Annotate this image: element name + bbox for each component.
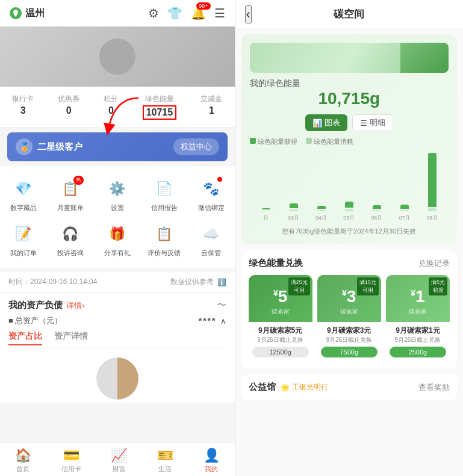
menu-item-cloud[interactable]: ☁️ 云保管 xyxy=(188,217,235,262)
card-price-3: ¥3 xyxy=(342,287,356,306)
vip-left: 🏅 二星级客户 xyxy=(16,138,82,155)
gear-icon[interactable]: ⚙ xyxy=(148,6,159,20)
menu-item-digital[interactable]: 💎 数字藏品 xyxy=(0,172,47,217)
legend-obtain-dot xyxy=(250,138,256,144)
card-cost-btn-1[interactable]: 2500g xyxy=(390,347,446,357)
bar-consume-1 xyxy=(290,209,298,211)
stat-energy-value: 10715 xyxy=(143,105,177,120)
bar-obtain-1 xyxy=(290,203,298,208)
card-price-desc-3: 碳索家 xyxy=(340,308,358,316)
bar-label-4: 06月 xyxy=(371,214,382,222)
stat-points-label: 积分 xyxy=(104,94,118,104)
nav-mine-icon: 👤 xyxy=(204,448,220,463)
menu-label-cloud: 云保管 xyxy=(201,249,221,258)
card-name-1: 9月碳索家1元 xyxy=(390,326,446,336)
menu-icon-bill: 📋 热 xyxy=(58,177,82,201)
menu-icon-credit: 📄 xyxy=(152,177,176,201)
bar-label-2: 04月 xyxy=(315,214,327,222)
card-price-desc-1: 碳索家 xyxy=(409,308,427,316)
time-label: 时间：2024-09-16 10:14:04 xyxy=(8,277,97,287)
nav-wealth-label: 财富 xyxy=(113,465,126,474)
assets-section: 我的资产负债 详情› 〜 ■ 总资产（元） **** ∧ 资产占比 资产详情 xyxy=(0,293,235,354)
exchange-history-link[interactable]: 兑换记录 xyxy=(418,258,450,269)
bar-label-6: 08月 xyxy=(427,214,438,222)
menu-item-wechat[interactable]: 🐾 微信绑定 xyxy=(188,172,235,217)
expand-icon[interactable]: ∧ xyxy=(220,317,226,326)
card-date-3: 9月26日截止兑换 xyxy=(321,336,378,344)
bar-obtain-3 xyxy=(345,202,353,208)
chart-label: 图表 xyxy=(325,117,340,128)
stat-green-energy[interactable]: 绿色能量 10715 xyxy=(143,94,177,120)
toggle-chart-button[interactable]: 📊 图表 xyxy=(305,114,347,131)
bar-03: 03月 xyxy=(280,203,308,222)
shirt-icon[interactable]: 👕 xyxy=(167,6,182,20)
bar-obtain-5 xyxy=(400,205,409,209)
card-name-5: 9月碳索家5元 xyxy=(252,326,309,336)
app-header: 温州 ⚙ 👕 🔔 99+ ☰ xyxy=(0,0,235,26)
menu-icon-wechat: 🐾 xyxy=(199,177,223,201)
nav-credit-card[interactable]: 💳 信用卡 xyxy=(61,448,81,474)
exchange-card-1[interactable]: 满5元初度 ¥1 碳索家 9月碳索家1元 9月26日截止兑换 2500g xyxy=(386,275,450,361)
info-bar: 时间：2024-09-16 10:14:04 数据仅供参考 ℹ️ xyxy=(0,272,235,292)
stat-points-value: 0 xyxy=(108,105,114,116)
tab-asset-detail[interactable]: 资产详情 xyxy=(54,331,88,345)
nav-credit-label: 信用卡 xyxy=(61,465,81,474)
nav-home-icon: 🏠 xyxy=(15,448,31,463)
stat-discount[interactable]: 立减金 1 xyxy=(200,94,222,120)
stat-coupon-value: 0 xyxy=(66,105,72,116)
card-cost-btn-5[interactable]: 12500g xyxy=(252,347,309,357)
menu-item-complaint[interactable]: 🎧 投诉咨询 xyxy=(47,217,94,262)
menu-icon-complaint: 🎧 xyxy=(58,222,82,246)
bar-consume-6 xyxy=(428,208,437,211)
assets-detail-link[interactable]: 详情› xyxy=(66,300,84,311)
nav-wealth[interactable]: 📈 财富 xyxy=(111,448,127,474)
card-cost-btn-3[interactable]: 7500g xyxy=(321,347,378,357)
menu-icon-orders: 📝 xyxy=(11,222,36,246)
menu-item-credit[interactable]: 📄 信用报告 xyxy=(141,172,188,217)
menu-item-settings[interactable]: ⚙️ 设置 xyxy=(94,172,141,217)
charity-section: 公益馆 🌟 工银光明行 查看奖励 xyxy=(241,374,458,400)
pie-chart xyxy=(96,357,138,400)
exchange-card-3[interactable]: 满15元可用 ¥3 碳索家 9月碳索家3元 9月26日截止兑换 7500g xyxy=(317,275,381,361)
hidden-value: **** xyxy=(199,316,217,326)
city-name: 温州 xyxy=(25,7,45,20)
bar-consume-4 xyxy=(373,210,381,211)
avatar xyxy=(99,39,135,75)
eye-icon[interactable]: 〜 xyxy=(217,299,226,312)
charity-brand-name: 工银光明行 xyxy=(292,382,328,392)
vip-benefits-button[interactable]: 权益中心 xyxy=(173,138,219,155)
menu-icon[interactable]: ☰ xyxy=(214,6,225,20)
assets-header: 我的资产负债 详情› 〜 xyxy=(8,299,226,312)
pie-section xyxy=(0,354,235,403)
stat-points[interactable]: 积分 0 xyxy=(104,94,118,120)
dot-badge xyxy=(217,177,222,182)
menu-item-orders[interactable]: 📝 我的订单 xyxy=(0,217,47,262)
menu-label-credit: 信用报告 xyxy=(151,203,178,212)
notification-icon[interactable]: 🔔 99+ xyxy=(191,6,206,20)
chart-legend: 绿色能量获得 绿色能量消耗 xyxy=(250,137,449,146)
back-button[interactable]: ‹ xyxy=(245,5,252,23)
nav-mine[interactable]: 👤 我的 xyxy=(204,448,220,474)
stat-bank-card[interactable]: 银行卡 3 xyxy=(12,94,34,120)
avatar-blur xyxy=(0,26,235,87)
card-ribbon-1: 满5元初度 xyxy=(429,277,447,295)
toggle-detail-button[interactable]: ☰ 明细 xyxy=(352,114,393,131)
exchange-card-5[interactable]: 满25元可用 ¥5 碳索家 9月碳索家5元 9月26日截止兑换 12500g xyxy=(249,275,312,361)
tab-asset-ratio[interactable]: 资产占比 xyxy=(8,331,42,345)
charity-link[interactable]: 查看奖励 xyxy=(418,382,450,393)
menu-icon-feedback: 📋 xyxy=(152,222,176,246)
nav-life[interactable]: 🎫 生活 xyxy=(157,448,173,474)
legend-obtain-label: 绿色能量获得 xyxy=(258,138,297,145)
total-assets-label: ■ 总资产（元） xyxy=(8,315,62,326)
right-header: ‹ 碳空间 xyxy=(235,0,464,28)
legend-consume-label: 绿色能量消耗 xyxy=(314,138,353,145)
energy-subtitle: 我的绿色能量 xyxy=(250,78,300,88)
bar-label-5: 07月 xyxy=(399,214,410,222)
info-icon[interactable]: ℹ️ xyxy=(217,278,226,286)
menu-item-bill[interactable]: 📋 热 月度账单 xyxy=(47,172,94,217)
nav-home[interactable]: 🏠 首页 xyxy=(15,448,31,474)
menu-item-feedback[interactable]: 📋 评价与反馈 xyxy=(141,217,188,262)
menu-item-share[interactable]: 🎁 分享有礼 xyxy=(94,217,141,262)
stat-coupon[interactable]: 优惠券 0 xyxy=(58,94,79,120)
notification-badge: 99+ xyxy=(196,2,210,10)
